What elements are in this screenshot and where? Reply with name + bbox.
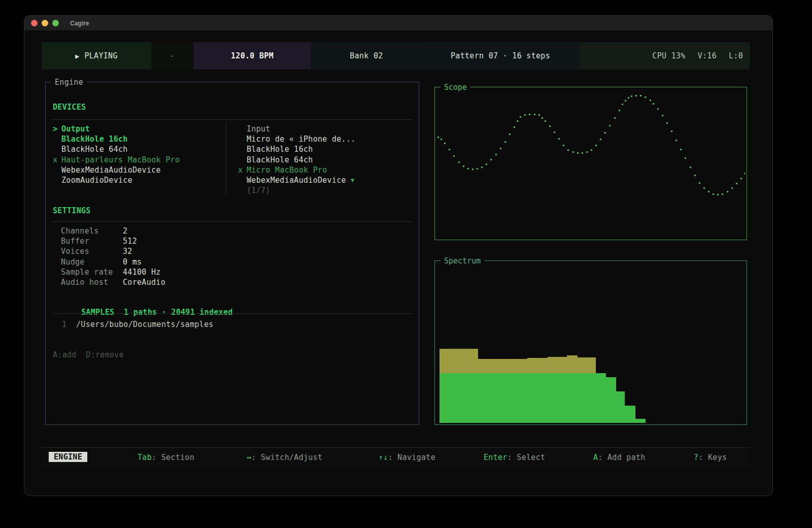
title-bar: Cagire	[24, 16, 772, 31]
traffic-lights	[31, 20, 59, 26]
input-column-header: Input	[238, 124, 356, 134]
path-index: 1	[62, 319, 76, 329]
active-device-marker: x	[238, 165, 247, 175]
device-row[interactable]: Micro de « iPhone de...	[238, 134, 356, 144]
samples-separator	[52, 313, 413, 314]
pattern-value: Pattern 07 · 16 steps	[451, 51, 550, 60]
bpm-segment: 120.0 BPM	[193, 42, 311, 70]
spectrum-bar	[635, 419, 646, 423]
app-window: Cagire ▶ PLAYING - 120.0 BPM Bank 02 Pat…	[24, 15, 773, 496]
active-device-marker: x	[53, 155, 61, 165]
devices-separator	[52, 119, 413, 120]
setting-row[interactable]: Sample rate 44100 Hz	[61, 267, 264, 277]
path-value: /Users/bubo/Documents/samples	[76, 319, 214, 329]
devices-header: DEVICES	[53, 103, 86, 112]
settings-header: SETTINGS	[53, 206, 91, 215]
scope-canvas	[436, 89, 745, 238]
minimize-button[interactable]	[42, 20, 48, 26]
spectrum-bar	[439, 373, 606, 423]
close-button[interactable]	[31, 20, 38, 26]
spectrum-bar	[616, 391, 625, 423]
cpu-value: CPU 13%	[652, 51, 685, 60]
top-bar: ▶ PLAYING - 120.0 BPM Bank 02 Pattern 07…	[42, 42, 750, 70]
spectrum-panel: Spectrum	[434, 260, 747, 425]
transport-segment: ▶ PLAYING	[42, 42, 151, 70]
setting-row[interactable]: Channels 2	[61, 226, 264, 236]
device-row[interactable]: WebexMediaAudioDevice ▼	[238, 175, 356, 185]
hint-select: Enter: Select	[484, 453, 545, 462]
play-icon: ▶	[75, 52, 79, 60]
pattern-segment: Pattern 07 · 16 steps	[422, 42, 579, 70]
dash-segment: -	[151, 42, 193, 70]
output-device-list: > Output BlackHole 16ch BlackHole 64ch x…	[53, 124, 180, 185]
setting-row[interactable]: Audio host CoreAudio	[61, 277, 264, 287]
hint-navigate: ↑↓: Navigate	[379, 453, 435, 462]
hint-add-path: A: Add path	[593, 453, 646, 462]
setting-row[interactable]: Nudge 0 ms	[61, 257, 264, 267]
dash-indicator: -	[170, 51, 175, 60]
device-row[interactable]: BlackHole 64ch	[238, 155, 356, 165]
hint-section: Tab: Section	[138, 453, 194, 462]
device-row[interactable]: WebexMediaAudioDevice	[53, 165, 180, 175]
status-bar: ENGINE Tab: Section ↔: Switch/Adjust ↑↓:…	[42, 447, 750, 467]
engine-panel-title: Engine	[51, 77, 87, 87]
setting-row[interactable]: Buffer 512	[61, 236, 264, 246]
device-row-active[interactable]: x Haut-parleurs MacBook Pro	[53, 155, 180, 165]
device-row[interactable]: ZoomAudioDevice	[53, 175, 180, 185]
spectrum-canvas	[436, 262, 745, 423]
bpm-value: 120.0 BPM	[231, 51, 274, 60]
transport-status: PLAYING	[84, 51, 117, 60]
engine-panel: Engine DEVICES > Output BlackHole 16ch B…	[45, 82, 419, 425]
setting-row[interactable]: Voices 32	[61, 246, 264, 256]
bank-segment: Bank 02	[311, 42, 422, 70]
device-row-output-header[interactable]: > Output	[53, 124, 180, 134]
settings-list: Channels 2 Buffer 512 Voices 32 Nudge 0 …	[61, 226, 264, 287]
hint-switch-adjust: ↔: Switch/Adjust	[247, 453, 322, 462]
column-divider	[226, 123, 226, 195]
mode-badge[interactable]: ENGINE	[49, 452, 87, 462]
samples-meta: 1 paths · 20491 indexed	[124, 308, 233, 317]
device-row-active[interactable]: x Micro MacBook Pro	[238, 165, 356, 175]
settings-separator	[52, 221, 413, 222]
samples-hints: A:add D:remove	[53, 350, 124, 359]
device-list-pager: (1/7)	[238, 185, 356, 195]
voices-value: V:16	[698, 51, 717, 60]
scroll-down-icon: ▼	[351, 175, 355, 185]
device-row[interactable]: BlackHole 64ch	[53, 144, 180, 154]
spectrum-bar	[606, 377, 616, 423]
device-row[interactable]: BlackHole 16ch	[53, 134, 180, 144]
sample-paths-list: 1 /Users/bubo/Documents/samples	[62, 319, 214, 329]
input-device-list: Input Micro de « iPhone de... BlackHole …	[238, 124, 356, 195]
scope-panel: Scope	[434, 87, 747, 240]
latency-value: L:0	[729, 51, 743, 60]
spectrum-bar	[625, 406, 635, 423]
zoom-button[interactable]	[52, 20, 59, 26]
hint-keys: ?: Keys	[694, 453, 727, 462]
bank-value: Bank 02	[350, 51, 383, 60]
sample-path-row[interactable]: 1 /Users/bubo/Documents/samples	[62, 319, 214, 329]
window-title: Cagire	[70, 20, 89, 27]
cursor-icon: >	[53, 124, 61, 134]
stats-segment: CPU 13% V:16 L:0	[579, 42, 750, 70]
device-row[interactable]: BlackHole 16ch	[238, 144, 356, 154]
